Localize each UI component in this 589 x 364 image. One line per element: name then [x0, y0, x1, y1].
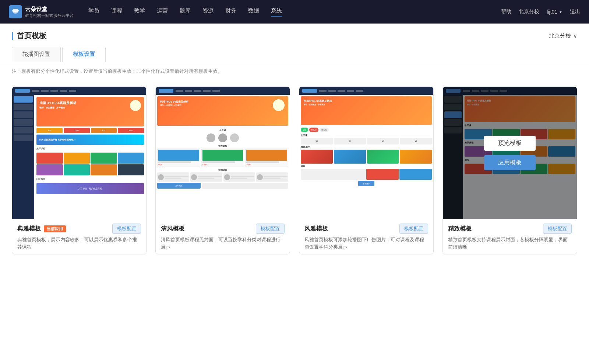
template-card-clear: 托福TPO1-54真题及解析 辅导 · 全面覆盖 · 必考重点 公开课 推荐课程 [155, 86, 290, 254]
nav-logout[interactable]: 退出 [570, 8, 580, 15]
btn-config-typical[interactable]: 模板配置 [112, 224, 141, 234]
nav-branch[interactable]: 北京分校 [519, 8, 539, 15]
nav-item-system[interactable]: 系统 [271, 7, 282, 17]
nav-right: 帮助 北京分校 lijt01 ▼ 退出 [501, 8, 580, 15]
nav-item-resources[interactable]: 资源 [202, 7, 214, 17]
logo-text: 云朵设堂 教育机构一站式服务云平台 [25, 6, 74, 18]
template-name-refined: 精致模板 [448, 225, 472, 233]
template-desc-refined: 精致首页模板支持课程展示封面，各模板分隔明显，界面简洁清晰 [448, 236, 572, 250]
template-card-elegant: 托福TPO1-54真题及解析 辅导 · 全面覆盖 · 必考重点 全部 精品课 课… [299, 86, 434, 254]
template-footer-refined: 精致模板 模板配置 精致首页模板支持课程展示封面，各模板分隔明显，界面简洁清晰 [443, 219, 577, 254]
nav-item-data[interactable]: 数据 [248, 7, 259, 17]
template-footer-typical: 典雅模板 当前应用 模板配置 典雅首页模板，展示内容较多，可以展示优惠券和多个推… [12, 219, 146, 254]
nav-help[interactable]: 帮助 [501, 8, 511, 15]
template-desc-typical: 典雅首页模板，展示内容较多，可以展示优惠券和多个推荐课程 [17, 236, 141, 250]
nav-user[interactable]: lijt01 ▼ [547, 9, 562, 15]
navbar: 云朵设堂 教育机构一站式服务云平台 学员 课程 教学 运营 题库 资源 财务 数… [0, 0, 589, 24]
nav-item-course[interactable]: 课程 [111, 7, 122, 17]
tabs-wrap: 轮播图设置 模板设置 [0, 41, 589, 62]
btn-apply-refined[interactable]: 应用模板 [484, 155, 536, 170]
nav-item-teach[interactable]: 教学 [134, 7, 145, 17]
template-name-elegant: 风雅模板 [304, 225, 328, 233]
template-card-refined: 托福TPO1-54真题及解析 辅导 · 全面覆盖 公开课 推荐课程 [442, 86, 577, 254]
page-header: 首页模板 北京分校 ∨ [0, 24, 589, 41]
nav-item-finance[interactable]: 财务 [225, 7, 236, 17]
branch-selector[interactable]: 北京分校 ∨ [549, 32, 577, 39]
page-title-wrap: 首页模板 [12, 31, 46, 41]
template-preview-elegant: 托福TPO1-54真题及解析 辅导 · 全面覆盖 · 必考重点 全部 精品课 课… [299, 87, 433, 219]
btn-config-refined[interactable]: 模板配置 [543, 224, 572, 234]
template-name-clear: 清风模板 [161, 225, 184, 233]
nav-item-questions[interactable]: 题库 [180, 7, 191, 17]
btn-config-elegant[interactable]: 模板配置 [399, 224, 428, 234]
hover-buttons: 预览模板 应用模板 [484, 136, 536, 170]
nav-item-ops[interactable]: 运营 [157, 7, 168, 17]
tab-carousel[interactable]: 轮播图设置 [12, 47, 61, 62]
template-name-typical: 典雅模板 当前应用 [17, 225, 66, 233]
badge-current: 当前应用 [44, 225, 66, 232]
template-desc-clear: 清风首页模板课程无封面，可设置按学科分类对课程进行展示 [161, 236, 285, 250]
logo[interactable]: 云朵设堂 教育机构一站式服务云平台 [9, 5, 74, 18]
page-title-bar [12, 32, 13, 40]
template-grid: 托福TPO1-54真题及解析 辅导 · 全面覆盖 · 必考重点 ¥30 ¥200 [0, 81, 589, 269]
tab-template[interactable]: 模板设置 [62, 47, 106, 62]
btn-preview-refined[interactable]: 预览模板 [484, 136, 536, 151]
template-preview-refined: 托福TPO1-54真题及解析 辅导 · 全面覆盖 公开课 推荐课程 [443, 87, 577, 219]
template-preview-clear: 托福TPO1-54真题及解析 辅导 · 全面覆盖 · 必考重点 公开课 推荐课程 [156, 87, 290, 219]
page-content: 首页模板 北京分校 ∨ 轮播图设置 模板设置 注：模板有部分个性化样式设置，设置… [0, 24, 589, 364]
template-footer-elegant: 风雅模板 模板配置 风雅首页模板可添加轮播图下广告图片，可对课程及课程包设置学科… [299, 219, 433, 254]
chevron-down-icon: ∨ [573, 33, 577, 39]
page-title: 首页模板 [17, 31, 46, 41]
nav-items: 学员 课程 教学 运营 题库 资源 财务 数据 系统 [88, 7, 501, 17]
template-card-typical: 托福TPO1-54真题及解析 辅导 · 全面覆盖 · 必考重点 ¥30 ¥200 [12, 86, 147, 254]
svg-point-1 [13, 11, 18, 14]
template-footer-clear: 清风模板 模板配置 清风首页模板课程无封面，可设置按学科分类对课程进行展示 [156, 219, 290, 254]
note: 注：模板有部分个性化样式设置，设置后仅当前模板生效；非个性化样式设置后针对所有模… [0, 62, 589, 81]
template-desc-elegant: 风雅首页模板可添加轮播图下广告图片，可对课程及课程包设置学科分类展示 [304, 236, 428, 250]
logo-icon [9, 5, 22, 18]
template-preview-typical: 托福TPO1-54真题及解析 辅导 · 全面覆盖 · 必考重点 ¥30 ¥200 [12, 87, 146, 219]
btn-config-clear[interactable]: 模板配置 [256, 224, 285, 234]
nav-item-student[interactable]: 学员 [88, 7, 99, 17]
